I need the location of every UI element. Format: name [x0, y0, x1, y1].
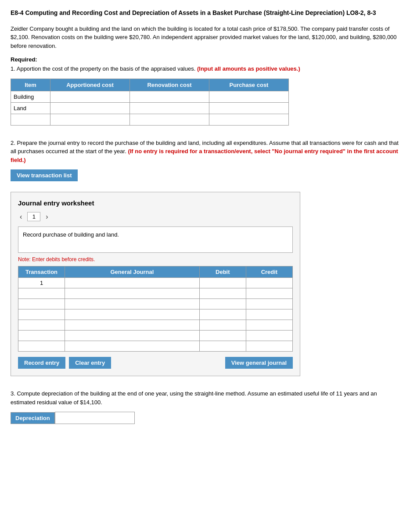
clear-entry-button[interactable]: Clear entry — [69, 357, 111, 369]
total-purchase-input[interactable] — [212, 116, 286, 123]
journal-trans-3 — [18, 299, 65, 309]
journal-header-credit: Credit — [246, 266, 292, 278]
journal-worksheet: Journal entry worksheet ‹ 1 › Record pur… — [11, 192, 300, 376]
journal-header-debit: Debit — [199, 266, 246, 278]
journal-row: 1 — [18, 278, 293, 288]
journal-gj-input-1[interactable] — [68, 280, 197, 286]
building-renovation-input[interactable] — [133, 93, 206, 100]
instruction-2: 2. Prepare the journal entry to record t… — [11, 139, 399, 165]
total-apportioned-cell — [50, 114, 130, 125]
instruction-3: 3. Compute depreciation of the building … — [11, 389, 399, 406]
total-renovation-cell — [130, 114, 209, 125]
journal-gj-input-6[interactable] — [68, 332, 197, 339]
journal-header-general-journal: General Journal — [65, 266, 200, 278]
journal-row — [18, 320, 293, 331]
page-title: E8-4 Computing and Recording Cost and De… — [11, 9, 399, 18]
item-land: Land — [11, 102, 50, 114]
journal-debit-input-1[interactable] — [202, 280, 243, 286]
land-renovation-cell — [130, 102, 209, 114]
depreciation-label: Depreciation — [11, 412, 55, 424]
journal-gj-1 — [65, 278, 200, 288]
journal-nav: ‹ 1 › — [18, 212, 293, 221]
journal-credit-input-6[interactable] — [249, 332, 290, 339]
transaction-note-text: Record purchase of building and land. — [23, 231, 119, 238]
journal-worksheet-title: Journal entry worksheet — [18, 199, 293, 207]
journal-gj-5 — [65, 320, 200, 331]
journal-gj-3 — [65, 299, 200, 309]
journal-credit-input-1[interactable] — [249, 280, 290, 286]
journal-gj-6 — [65, 331, 200, 341]
note-label: Note: Enter debits before credits. — [18, 256, 293, 262]
journal-credit-7 — [246, 341, 292, 352]
journal-debit-input-3[interactable] — [202, 301, 243, 307]
journal-gj-2 — [65, 288, 200, 299]
journal-trans-6 — [18, 331, 65, 341]
journal-gj-input-5[interactable] — [68, 322, 197, 328]
journal-debit-input-7[interactable] — [202, 343, 243, 349]
journal-gj-input-7[interactable] — [68, 343, 197, 349]
journal-debit-input-2[interactable] — [202, 290, 243, 297]
problem-text: Zeidler Company bought a building and th… — [11, 25, 399, 50]
item-total — [11, 114, 50, 125]
land-purchase-input[interactable] — [212, 105, 286, 111]
required-label: Required: — [11, 56, 399, 63]
view-general-journal-button[interactable]: View general journal — [225, 357, 293, 369]
total-purchase-cell — [209, 114, 289, 125]
journal-gj-input-2[interactable] — [68, 290, 197, 297]
journal-credit-input-7[interactable] — [249, 343, 290, 349]
journal-trans-4 — [18, 309, 65, 320]
apportion-header-item: Item — [11, 79, 50, 91]
journal-debit-input-4[interactable] — [202, 311, 243, 318]
journal-debit-1 — [199, 278, 246, 288]
nav-number: 1 — [27, 212, 40, 221]
journal-row — [18, 288, 293, 299]
journal-debit-7 — [199, 341, 246, 352]
journal-trans-1: 1 — [18, 278, 65, 288]
total-apportioned-input[interactable] — [53, 116, 127, 123]
nav-prev-button[interactable]: ‹ — [18, 213, 24, 221]
item-building: Building — [11, 91, 50, 102]
depreciation-row: Depreciation — [11, 412, 399, 424]
journal-debit-input-6[interactable] — [202, 332, 243, 339]
journal-credit-4 — [246, 309, 292, 320]
journal-debit-3 — [199, 299, 246, 309]
journal-row — [18, 331, 293, 341]
table-row: Land — [11, 102, 289, 114]
journal-debit-2 — [199, 288, 246, 299]
depreciation-input[interactable] — [58, 413, 132, 420]
journal-buttons: Record entry Clear entry View general jo… — [18, 357, 293, 369]
total-renovation-input[interactable] — [133, 116, 206, 123]
building-apportioned-input[interactable] — [53, 93, 127, 100]
journal-gj-7 — [65, 341, 200, 352]
land-apportioned-cell — [50, 102, 130, 114]
journal-gj-input-4[interactable] — [68, 311, 197, 318]
journal-gj-input-3[interactable] — [68, 301, 197, 307]
journal-row — [18, 309, 293, 320]
journal-credit-1 — [246, 278, 292, 288]
journal-credit-input-5[interactable] — [249, 322, 290, 328]
journal-debit-4 — [199, 309, 246, 320]
journal-row — [18, 299, 293, 309]
journal-row — [18, 341, 293, 352]
building-renovation-cell — [130, 91, 209, 102]
journal-credit-input-3[interactable] — [249, 301, 290, 307]
journal-credit-5 — [246, 320, 292, 331]
transaction-note-box: Record purchase of building and land. — [18, 226, 293, 253]
nav-next-button[interactable]: › — [44, 213, 50, 221]
land-renovation-input[interactable] — [133, 105, 206, 111]
building-apportioned-cell — [50, 91, 130, 102]
journal-trans-7 — [18, 341, 65, 352]
journal-debit-input-5[interactable] — [202, 322, 243, 328]
journal-gj-4 — [65, 309, 200, 320]
journal-credit-2 — [246, 288, 292, 299]
journal-debit-6 — [199, 331, 246, 341]
apportion-header-purchase: Purchase cost — [209, 79, 289, 91]
building-purchase-input[interactable] — [212, 93, 286, 100]
view-transaction-list-button[interactable]: View transaction list — [11, 169, 78, 181]
journal-trans-5 — [18, 320, 65, 331]
journal-credit-input-4[interactable] — [249, 311, 290, 318]
journal-header-transaction: Transaction — [18, 266, 65, 278]
land-apportioned-input[interactable] — [53, 105, 127, 111]
journal-credit-input-2[interactable] — [249, 290, 290, 297]
record-entry-button[interactable]: Record entry — [18, 357, 65, 369]
